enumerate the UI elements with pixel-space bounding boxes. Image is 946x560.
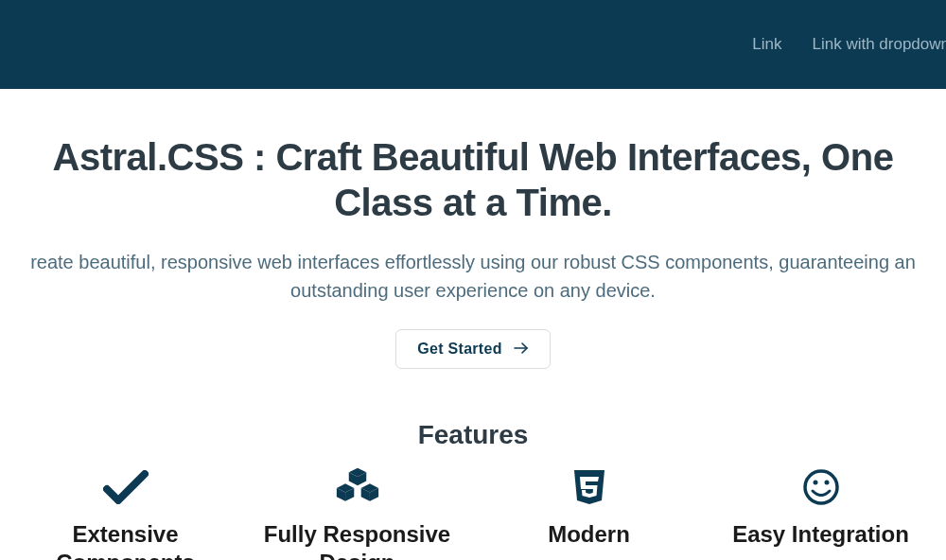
hero-section: Astral.CSS : Craft Beautiful Web Interfa… bbox=[0, 89, 946, 369]
nav-link[interactable]: Link bbox=[752, 35, 781, 54]
feature-title: Fully Responsive Design bbox=[249, 520, 465, 560]
svg-point-11 bbox=[813, 481, 817, 485]
feature-title: Easy Integration bbox=[732, 520, 909, 549]
nav-link-dropdown[interactable]: Link with dropdown bbox=[812, 35, 946, 54]
hero-title: Astral.CSS : Craft Beautiful Web Interfa… bbox=[0, 134, 946, 225]
feature-item: Fully Responsive Design bbox=[241, 467, 473, 560]
arrow-right-icon bbox=[514, 341, 529, 358]
feature-item: Easy Integration bbox=[705, 467, 937, 560]
feature-title: Extensive Components bbox=[17, 520, 234, 560]
hero-subtitle: reate beautiful, responsive web interfac… bbox=[0, 248, 946, 305]
features-section: Features Extensive Components bbox=[0, 420, 946, 560]
feature-item: Modern bbox=[473, 467, 705, 560]
svg-point-12 bbox=[824, 481, 829, 485]
feature-item: Extensive Components bbox=[9, 467, 241, 560]
cta-label: Get Started bbox=[417, 341, 502, 358]
smile-icon bbox=[798, 467, 844, 507]
feature-title: Modern bbox=[548, 520, 630, 549]
cubes-icon bbox=[335, 467, 380, 507]
features-heading: Features bbox=[0, 420, 946, 450]
check-icon bbox=[103, 467, 149, 507]
navbar: Link Link with dropdown bbox=[0, 0, 946, 89]
svg-point-10 bbox=[805, 471, 837, 503]
get-started-button[interactable]: Get Started bbox=[395, 329, 551, 369]
nav-links: Link Link with dropdown bbox=[752, 35, 946, 54]
css3-icon bbox=[567, 467, 612, 507]
features-grid: Extensive Components bbox=[0, 467, 946, 560]
